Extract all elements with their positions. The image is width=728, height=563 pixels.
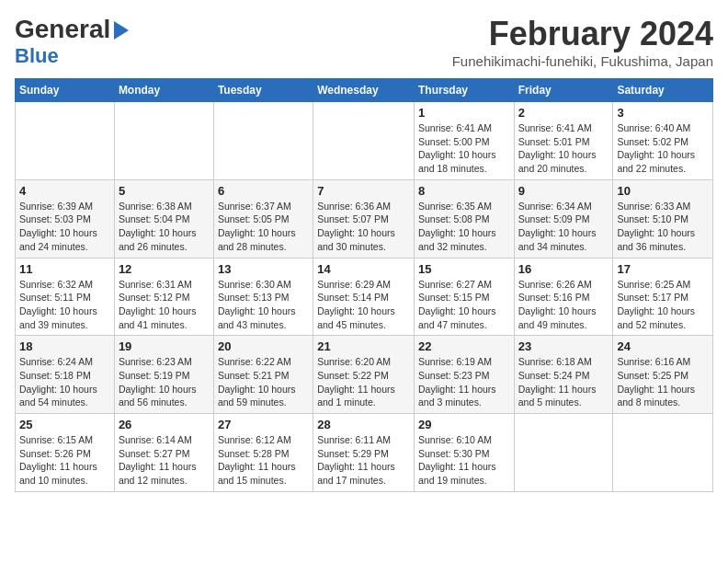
day-info: Sunrise: 6:16 AM Sunset: 5:25 PM Dayligh…: [617, 355, 709, 409]
day-number: 9: [518, 184, 609, 198]
calendar-cell: 13Sunrise: 6:30 AM Sunset: 5:13 PM Dayli…: [213, 258, 313, 336]
day-info: Sunrise: 6:29 AM Sunset: 5:14 PM Dayligh…: [317, 278, 410, 332]
day-info: Sunrise: 6:26 AM Sunset: 5:16 PM Dayligh…: [518, 278, 609, 332]
calendar-cell: [514, 414, 613, 492]
day-info: Sunrise: 6:20 AM Sunset: 5:22 PM Dayligh…: [317, 355, 410, 409]
day-info: Sunrise: 6:34 AM Sunset: 5:09 PM Dayligh…: [518, 200, 609, 254]
calendar-week-5: 25Sunrise: 6:15 AM Sunset: 5:26 PM Dayli…: [16, 414, 713, 492]
day-info: Sunrise: 6:18 AM Sunset: 5:24 PM Dayligh…: [518, 355, 609, 409]
day-info: Sunrise: 6:10 AM Sunset: 5:30 PM Dayligh…: [418, 433, 510, 488]
day-info: Sunrise: 6:12 AM Sunset: 5:28 PM Dayligh…: [218, 433, 309, 488]
calendar-cell: [613, 414, 713, 492]
day-info: Sunrise: 6:41 AM Sunset: 5:01 PM Dayligh…: [518, 121, 609, 176]
day-number: 20: [218, 339, 309, 353]
header-tuesday: Tuesday: [213, 79, 313, 102]
day-number: 29: [418, 418, 510, 431]
calendar-header-row: Sunday Monday Tuesday Wednesday Thursday…: [16, 79, 713, 102]
title-section: February 2024 Funehikimachi-funehiki, Fu…: [452, 15, 713, 69]
day-info: Sunrise: 6:33 AM Sunset: 5:10 PM Dayligh…: [617, 200, 709, 254]
calendar-cell: 29Sunrise: 6:10 AM Sunset: 5:30 PM Dayli…: [414, 414, 514, 492]
day-number: 15: [418, 262, 510, 276]
day-number: 14: [317, 262, 410, 276]
calendar-cell: 6Sunrise: 6:37 AM Sunset: 5:05 PM Daylig…: [213, 179, 313, 258]
page-title: February 2024: [452, 15, 713, 53]
calendar-cell: 25Sunrise: 6:15 AM Sunset: 5:26 PM Dayli…: [16, 414, 115, 492]
calendar-cell: 28Sunrise: 6:11 AM Sunset: 5:29 PM Dayli…: [313, 414, 415, 492]
day-number: 6: [218, 184, 309, 198]
day-info: Sunrise: 6:41 AM Sunset: 5:00 PM Dayligh…: [418, 121, 510, 176]
calendar-cell: 12Sunrise: 6:31 AM Sunset: 5:12 PM Dayli…: [114, 258, 213, 336]
calendar-table: Sunday Monday Tuesday Wednesday Thursday…: [15, 78, 713, 492]
logo-blue: Blue: [15, 44, 59, 67]
day-info: Sunrise: 6:15 AM Sunset: 5:26 PM Dayligh…: [19, 433, 110, 488]
day-info: Sunrise: 6:22 AM Sunset: 5:21 PM Dayligh…: [218, 355, 309, 409]
day-number: 16: [518, 262, 609, 276]
day-number: 26: [119, 418, 210, 431]
calendar-cell: 22Sunrise: 6:19 AM Sunset: 5:23 PM Dayli…: [414, 336, 514, 414]
calendar-cell: 2Sunrise: 6:41 AM Sunset: 5:01 PM Daylig…: [514, 102, 613, 180]
calendar-cell: 21Sunrise: 6:20 AM Sunset: 5:22 PM Dayli…: [313, 336, 415, 414]
logo-general: General: [15, 15, 110, 44]
day-number: 8: [418, 184, 510, 198]
calendar-cell: 14Sunrise: 6:29 AM Sunset: 5:14 PM Dayli…: [313, 258, 415, 336]
day-number: 2: [518, 106, 609, 120]
day-info: Sunrise: 6:36 AM Sunset: 5:07 PM Dayligh…: [317, 200, 410, 254]
calendar-cell: 4Sunrise: 6:39 AM Sunset: 5:03 PM Daylig…: [16, 179, 115, 258]
calendar-cell: 15Sunrise: 6:27 AM Sunset: 5:15 PM Dayli…: [414, 258, 514, 336]
calendar-cell: 1Sunrise: 6:41 AM Sunset: 5:00 PM Daylig…: [414, 102, 514, 180]
calendar-cell: 7Sunrise: 6:36 AM Sunset: 5:07 PM Daylig…: [313, 179, 415, 258]
day-number: 18: [19, 339, 110, 353]
calendar-cell: 19Sunrise: 6:23 AM Sunset: 5:19 PM Dayli…: [114, 336, 213, 414]
day-info: Sunrise: 6:35 AM Sunset: 5:08 PM Dayligh…: [418, 200, 510, 254]
day-number: 25: [19, 418, 110, 431]
calendar-cell: 10Sunrise: 6:33 AM Sunset: 5:10 PM Dayli…: [613, 179, 713, 258]
calendar-week-2: 4Sunrise: 6:39 AM Sunset: 5:03 PM Daylig…: [16, 179, 713, 258]
calendar-cell: 23Sunrise: 6:18 AM Sunset: 5:24 PM Dayli…: [514, 336, 613, 414]
day-number: 23: [518, 339, 609, 353]
day-number: 28: [317, 418, 410, 431]
day-number: 12: [119, 262, 210, 276]
calendar-cell: 17Sunrise: 6:25 AM Sunset: 5:17 PM Dayli…: [613, 258, 713, 336]
day-info: Sunrise: 6:31 AM Sunset: 5:12 PM Dayligh…: [119, 278, 210, 332]
calendar-cell: [313, 102, 415, 180]
page-subtitle: Funehikimachi-funehiki, Fukushima, Japan: [452, 53, 713, 69]
day-number: 1: [418, 106, 510, 120]
day-info: Sunrise: 6:14 AM Sunset: 5:27 PM Dayligh…: [119, 433, 210, 488]
day-info: Sunrise: 6:37 AM Sunset: 5:05 PM Dayligh…: [218, 200, 309, 254]
page-header: General Blue February 2024 Funehikimachi…: [15, 15, 713, 69]
day-info: Sunrise: 6:32 AM Sunset: 5:11 PM Dayligh…: [19, 278, 110, 332]
day-info: Sunrise: 6:30 AM Sunset: 5:13 PM Dayligh…: [218, 278, 309, 332]
calendar-cell: [114, 102, 213, 180]
calendar-cell: 11Sunrise: 6:32 AM Sunset: 5:11 PM Dayli…: [16, 258, 115, 336]
day-number: 24: [617, 339, 709, 353]
calendar-week-3: 11Sunrise: 6:32 AM Sunset: 5:11 PM Dayli…: [16, 258, 713, 336]
day-number: 17: [617, 262, 709, 276]
day-number: 13: [218, 262, 309, 276]
day-info: Sunrise: 6:38 AM Sunset: 5:04 PM Dayligh…: [119, 200, 210, 254]
calendar-week-4: 18Sunrise: 6:24 AM Sunset: 5:18 PM Dayli…: [16, 336, 713, 414]
calendar-cell: 8Sunrise: 6:35 AM Sunset: 5:08 PM Daylig…: [414, 179, 514, 258]
calendar-cell: 27Sunrise: 6:12 AM Sunset: 5:28 PM Dayli…: [213, 414, 313, 492]
header-thursday: Thursday: [414, 79, 514, 102]
day-info: Sunrise: 6:40 AM Sunset: 5:02 PM Dayligh…: [617, 121, 709, 176]
header-saturday: Saturday: [613, 79, 713, 102]
calendar-week-1: 1Sunrise: 6:41 AM Sunset: 5:00 PM Daylig…: [16, 102, 713, 180]
day-number: 7: [317, 184, 410, 198]
day-info: Sunrise: 6:27 AM Sunset: 5:15 PM Dayligh…: [418, 278, 510, 332]
day-number: 27: [218, 418, 309, 431]
day-info: Sunrise: 6:11 AM Sunset: 5:29 PM Dayligh…: [317, 433, 410, 488]
day-number: 5: [119, 184, 210, 198]
calendar-cell: 9Sunrise: 6:34 AM Sunset: 5:09 PM Daylig…: [514, 179, 613, 258]
calendar-cell: [213, 102, 313, 180]
day-number: 3: [617, 106, 709, 120]
day-number: 19: [119, 339, 210, 353]
calendar-cell: 3Sunrise: 6:40 AM Sunset: 5:02 PM Daylig…: [613, 102, 713, 180]
header-friday: Friday: [514, 79, 613, 102]
day-info: Sunrise: 6:19 AM Sunset: 5:23 PM Dayligh…: [418, 355, 510, 409]
calendar-cell: 5Sunrise: 6:38 AM Sunset: 5:04 PM Daylig…: [114, 179, 213, 258]
calendar-cell: 20Sunrise: 6:22 AM Sunset: 5:21 PM Dayli…: [213, 336, 313, 414]
header-monday: Monday: [114, 79, 213, 102]
day-number: 11: [19, 262, 110, 276]
calendar-cell: 16Sunrise: 6:26 AM Sunset: 5:16 PM Dayli…: [514, 258, 613, 336]
header-wednesday: Wednesday: [313, 79, 415, 102]
